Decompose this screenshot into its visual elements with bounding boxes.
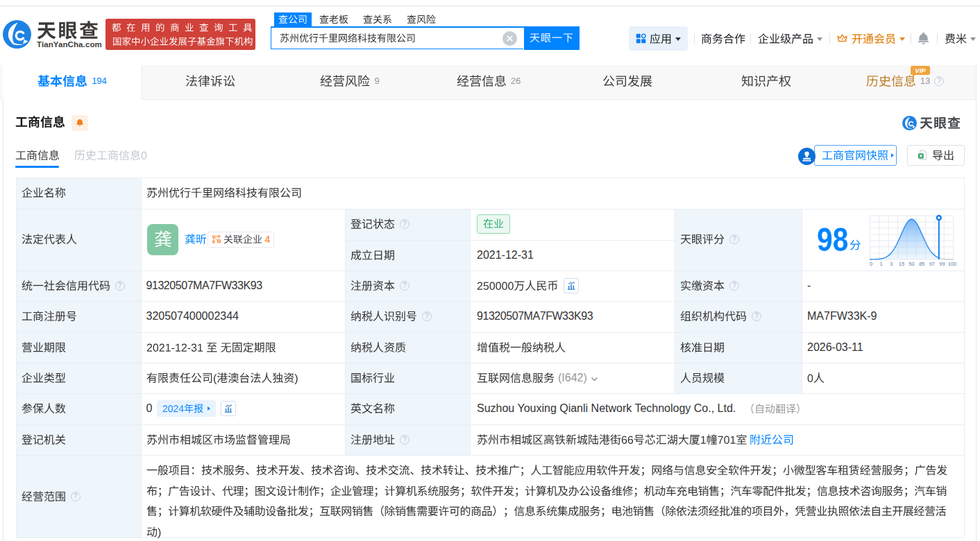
svg-text:15: 15 [899,261,904,267]
svg-text:97: 97 [929,261,935,267]
svg-text:VIP: VIP [915,67,926,74]
svg-text:85: 85 [919,261,924,267]
svg-text:99: 99 [939,261,945,267]
svg-text:100: 100 [948,261,957,267]
svg-text:3: 3 [890,261,893,267]
svg-text:50: 50 [909,261,914,267]
svg-text:0: 0 [870,261,872,267]
svg-text:1: 1 [880,261,883,267]
